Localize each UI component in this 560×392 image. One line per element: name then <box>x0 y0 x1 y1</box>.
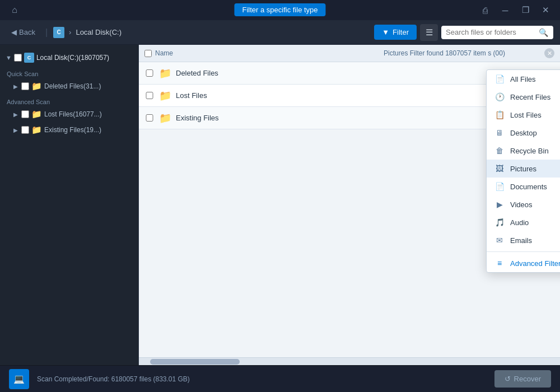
sidebar-root-label: Local Disk(C:)(1807057) <box>36 54 109 62</box>
filter-option-recent-files[interactable]: 🕐 Recent Files <box>487 88 560 106</box>
filter-icon: ▼ <box>382 28 389 36</box>
chevron-down-icon: ▼ <box>6 54 12 61</box>
filter-option-videos[interactable]: ▶ Videos <box>487 195 560 213</box>
filter-option-pictures[interactable]: 🖼 Pictures ✓ <box>487 160 560 178</box>
disk-icon: C <box>53 27 64 38</box>
search-box[interactable]: 🔍 <box>441 26 553 39</box>
row-checkbox[interactable] <box>144 92 155 99</box>
filter-option-recycle-bin[interactable]: 🗑 Recycle Bin <box>487 142 560 160</box>
folder-icon: 📁 <box>159 112 171 124</box>
back-arrow-icon: ◀ <box>11 28 17 36</box>
sidebar-item-lost[interactable]: ▶ 📁 Lost Files(16077...) <box>0 106 138 122</box>
desktop-label: Desktop <box>510 129 560 137</box>
folder-icon: 📁 <box>159 90 171 102</box>
recover-label: Recover <box>514 375 541 383</box>
chevron-right-icon: ▶ <box>13 111 18 118</box>
filter-option-advanced[interactable]: ≡ Advanced Filter <box>487 254 560 272</box>
row-checkbox[interactable] <box>144 69 155 77</box>
select-all-checkbox[interactable] <box>144 50 152 57</box>
restore-button[interactable]: ❐ <box>517 2 533 18</box>
documents-icon: 📄 <box>494 182 505 191</box>
home-icon[interactable]: ⌂ <box>7 2 22 18</box>
nav-separator: | <box>44 27 49 38</box>
existing-files-label: Existing Files(19...) <box>44 126 101 134</box>
filter-button[interactable]: ▼ Filter <box>374 25 417 40</box>
advanced-scan-section: Advanced Scan <box>0 94 138 106</box>
chevron-right-icon: ▶ <box>13 83 18 90</box>
emails-label: Emails <box>510 236 560 245</box>
recycle-bin-label: Recycle Bin <box>510 147 560 155</box>
sidebar-item-existing[interactable]: ▶ 📁 Existing Files(19...) <box>0 122 138 138</box>
filter-option-emails[interactable]: ✉ Emails <box>487 231 560 249</box>
list-view-button[interactable]: ☰ <box>420 24 438 41</box>
filter-option-all-files[interactable]: 📄 All Files <box>487 70 560 88</box>
close-button[interactable]: ✕ <box>538 2 553 18</box>
folder-icon: 📁 <box>31 109 42 119</box>
back-button[interactable]: ◀ Back <box>7 26 40 39</box>
content-area: Name Pictures Filter found 1807057 item … <box>139 45 560 365</box>
deleted-files-label: Deleted Files(31...) <box>44 82 101 90</box>
statusbar: 💻 Scan Completed/Found: 6180057 files (8… <box>0 365 560 392</box>
quick-scan-section: Quick Scan <box>0 66 138 78</box>
folder-icon: 📁 <box>159 67 171 80</box>
file-name: Deleted Files <box>176 69 498 77</box>
documents-label: Documents <box>510 183 560 191</box>
all-files-icon: 📄 <box>494 74 505 83</box>
recover-button[interactable]: ↺ Recover <box>494 370 551 388</box>
deleted-checkbox[interactable] <box>21 82 29 90</box>
file-name: Existing Files <box>176 114 498 122</box>
horizontal-scrollbar[interactable] <box>139 357 560 365</box>
window-controls: ⎙ ─ ❐ ✕ <box>477 2 553 18</box>
pictures-icon: 🖼 <box>494 164 505 173</box>
audio-label: Audio <box>510 218 560 227</box>
titlebar: ⌂ Filter a specific file type ⎙ ─ ❐ ✕ <box>0 0 560 20</box>
folder-icon: 📁 <box>31 125 42 135</box>
dropdown-divider <box>487 251 560 252</box>
sidebar-item-deleted[interactable]: ▶ 📁 Deleted Files(31...) <box>0 78 138 94</box>
root-checkbox[interactable] <box>14 54 22 62</box>
desktop-icon: 🖥 <box>494 128 505 137</box>
disk-icon: C <box>24 53 34 63</box>
filter-label: Filter <box>393 28 409 36</box>
sidebar: ▼ C Local Disk(C:)(1807057) Quick Scan ▶… <box>0 45 139 365</box>
scrollbar-thumb[interactable] <box>150 359 240 365</box>
folder-icon: 📁 <box>31 81 42 91</box>
recover-icon: ↺ <box>505 375 511 383</box>
recycle-bin-icon: 🗑 <box>494 146 505 155</box>
content-header: Name Pictures Filter found 1807057 item … <box>139 45 560 62</box>
videos-label: Videos <box>510 200 560 209</box>
recent-files-label: Recent Files <box>510 93 560 101</box>
name-column-header: Name <box>144 49 344 57</box>
nav-actions: ▼ Filter ☰ 🔍 <box>374 24 553 41</box>
lost-files-icon: 📋 <box>494 110 505 119</box>
lost-files-label: Lost Files <box>510 111 560 119</box>
scan-result-info: Pictures Filter found 1807057 item s (00… <box>344 49 544 57</box>
advanced-filter-label: Advanced Filter <box>510 259 560 268</box>
emails-icon: ✉ <box>494 236 505 245</box>
main-area: ▼ C Local Disk(C:)(1807057) Quick Scan ▶… <box>0 45 560 365</box>
existing-checkbox[interactable] <box>21 126 29 134</box>
filter-option-documents[interactable]: 📄 Documents <box>487 178 560 195</box>
row-checkbox[interactable] <box>144 114 155 122</box>
breadcrumb: C › Local Disk(C:) <box>53 27 122 38</box>
filter-option-desktop[interactable]: 🖥 Desktop <box>487 124 560 142</box>
filter-tooltip: Filter a specific file type <box>234 3 325 16</box>
chevron-right-icon: ▶ <box>13 127 18 133</box>
all-files-label: All Files <box>510 75 560 83</box>
close-filter-button[interactable]: ✕ <box>544 48 554 58</box>
breadcrumb-arrow: › <box>69 28 71 36</box>
sidebar-root-item[interactable]: ▼ C Local Disk(C:)(1807057) <box>0 49 138 66</box>
videos-icon: ▶ <box>494 200 505 209</box>
filter-option-audio[interactable]: 🎵 Audio <box>487 213 560 231</box>
share-button[interactable]: ⎙ <box>477 2 493 18</box>
statusbar-text: Scan Completed/Found: 6180057 files (833… <box>37 375 487 383</box>
minimize-button[interactable]: ─ <box>497 2 513 18</box>
navbar: ◀ Back | C › Local Disk(C:) ▼ Filter ☰ 🔍 <box>0 20 560 45</box>
lost-files-label: Lost Files(16077...) <box>44 110 102 118</box>
computer-icon: 💻 <box>9 369 29 389</box>
back-label: Back <box>19 28 35 36</box>
lost-checkbox[interactable] <box>21 110 29 118</box>
search-input[interactable] <box>446 28 535 36</box>
search-icon[interactable]: 🔍 <box>539 28 548 37</box>
filter-option-lost-files[interactable]: 📋 Lost Files <box>487 106 560 124</box>
